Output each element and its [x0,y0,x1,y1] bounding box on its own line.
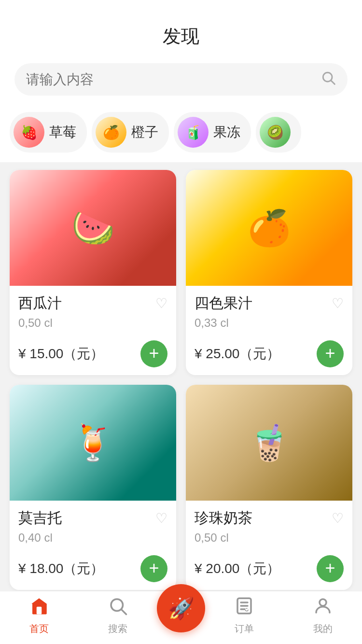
person-icon [313,596,333,620]
svg-line-4 [122,609,126,614]
product-volume-watermelon-juice: 0,50 cl [18,316,167,330]
category-item-extra[interactable]: 🥝 [256,112,301,153]
nav-label-search: 搜索 [108,622,127,635]
category-avatar-strawberry: 🍓 [14,117,44,148]
nav-label-mine: 我的 [313,622,333,635]
svg-rect-2 [37,606,42,614]
heart-icon-mojito[interactable]: ♡ [155,510,167,526]
add-to-cart-button-mojito[interactable]: + [140,555,167,582]
product-name-row-watermelon-juice: 西瓜汁 ♡ [18,294,167,313]
product-footer-mojito: ¥ 18.00（元） + [10,555,176,590]
category-avatar-orange: 🍊 [96,117,126,148]
heart-icon-four-color-juice[interactable]: ♡ [332,295,344,311]
product-card-mojito: 🍹 莫吉托 ♡ 0,40 cl ¥ 18.00（元） + [10,385,176,590]
product-name-row-mojito: 莫吉托 ♡ [18,508,167,528]
heart-icon-bubble-tea[interactable]: ♡ [332,510,344,526]
product-footer-watermelon-juice: ¥ 15.00（元） + [10,340,176,375]
nav-label-home: 首页 [29,622,49,635]
product-info-bubble-tea: 珍珠奶茶 ♡ 0,50 cl [186,501,352,555]
product-card-four-color-juice: 🍊 四色果汁 ♡ 0,33 cl ¥ 25.00（元） + [186,170,352,375]
svg-line-1 [331,81,334,84]
product-info-mojito: 莫吉托 ♡ 0,40 cl [10,501,176,555]
add-to-cart-button-four-color-juice[interactable]: + [317,340,344,367]
category-label-orange: 橙子 [131,123,158,141]
product-grid: 🍉 西瓜汁 ♡ 0,50 cl ¥ 15.00（元） + 🍊 [0,170,362,590]
nav-item-order[interactable]: 订单 [205,596,284,635]
product-price-four-color-juice: ¥ 25.00（元） [195,345,280,363]
plus-icon-mojito: + [149,560,159,577]
product-name-bubble-tea: 珍珠奶茶 [195,508,252,528]
category-item-orange[interactable]: 🍊 橙子 [92,112,169,153]
plus-icon-watermelon-juice: + [149,345,159,362]
nav-label-order: 订单 [235,622,254,635]
nav-item-search[interactable]: 搜索 [79,596,157,635]
product-footer-four-color-juice: ¥ 25.00（元） + [186,340,352,375]
product-price-mojito: ¥ 18.00（元） [18,560,104,578]
search-nav-icon [108,596,128,620]
product-info-watermelon-juice: 西瓜汁 ♡ 0,50 cl [10,286,176,340]
product-footer-bubble-tea: ¥ 20.00（元） + [186,555,352,590]
product-image-watermelon-juice: 🍉 [10,170,176,286]
category-item-strawberry[interactable]: 🍓 草莓 [10,112,87,153]
page-title: 发现 [0,24,362,49]
category-avatar-extra: 🥝 [260,117,291,148]
home-icon [29,596,49,620]
category-row: 🍓 草莓 🍊 橙子 🧃 果冻 🥝 [0,107,362,162]
rocket-icon: 🚀 [168,596,195,621]
product-image-mojito: 🍹 [10,385,176,501]
product-volume-four-color-juice: 0,33 cl [195,316,344,330]
search-input[interactable] [26,72,315,87]
category-avatar-jelly: 🧃 [178,117,209,148]
product-price-watermelon-juice: ¥ 15.00（元） [18,345,104,363]
nav-item-home[interactable]: 首页 [0,596,79,635]
product-card-bubble-tea: 🧋 珍珠奶茶 ♡ 0,50 cl ¥ 20.00（元） + [186,385,352,590]
product-info-four-color-juice: 四色果汁 ♡ 0,33 cl [186,286,352,340]
search-bar-wrap [0,58,362,107]
category-label-strawberry: 草莓 [49,123,76,141]
product-name-row-bubble-tea: 珍珠奶茶 ♡ [195,508,344,528]
order-icon [234,596,254,620]
product-name-mojito: 莫吉托 [18,508,62,528]
plus-icon-bubble-tea: + [325,560,335,577]
header: 发现 [0,0,362,58]
product-image-bubble-tea: 🧋 [186,385,352,501]
category-label-jelly: 果冻 [213,123,240,141]
svg-point-10 [320,599,326,606]
nav-center-button[interactable]: 🚀 [157,584,205,632]
product-name-four-color-juice: 四色果汁 [195,294,252,313]
product-volume-mojito: 0,40 cl [18,531,167,545]
bottom-nav: 首页 搜索 🚀 订单 [0,591,362,644]
product-price-bubble-tea: ¥ 20.00（元） [195,560,280,578]
add-to-cart-button-watermelon-juice[interactable]: + [140,340,167,367]
product-name-watermelon-juice: 西瓜汁 [18,294,62,313]
plus-icon-four-color-juice: + [325,345,335,362]
add-to-cart-button-bubble-tea[interactable]: + [317,555,344,582]
search-icon [320,70,336,89]
product-card-watermelon-juice: 🍉 西瓜汁 ♡ 0,50 cl ¥ 15.00（元） + [10,170,176,375]
product-name-row-four-color-juice: 四色果汁 ♡ [195,294,344,313]
search-bar [14,63,348,96]
category-item-jelly[interactable]: 🧃 果冻 [174,112,251,153]
nav-item-mine[interactable]: 我的 [284,596,362,635]
heart-icon-watermelon-juice[interactable]: ♡ [155,295,167,311]
product-volume-bubble-tea: 0,50 cl [195,531,344,545]
product-image-four-color-juice: 🍊 [186,170,352,286]
